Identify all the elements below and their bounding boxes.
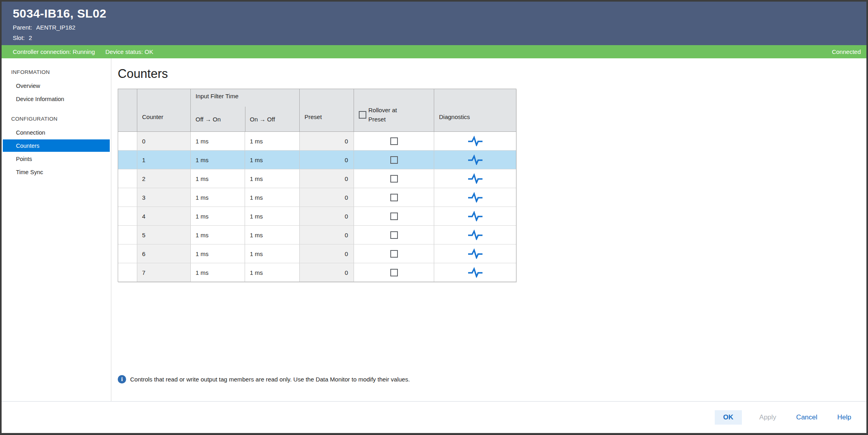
counter-cell: 4 [137, 207, 191, 225]
row-selector[interactable] [118, 132, 137, 150]
preset-cell[interactable]: 0 [300, 132, 354, 150]
row-selector[interactable] [118, 188, 137, 207]
table-row: 3 1 ms 1 ms 0 [118, 188, 516, 207]
filter-off-on-cell[interactable]: 1 ms [191, 263, 245, 282]
preset-cell[interactable]: 0 [300, 169, 354, 188]
preset-cell[interactable]: 0 [300, 244, 354, 263]
diagnostics-icon[interactable] [468, 267, 483, 278]
table-row: 5 1 ms 1 ms 0 [118, 226, 516, 244]
filter-off-on-cell[interactable]: 1 ms [191, 226, 245, 244]
footer-buttons: OK Apply Cancel Help [2, 401, 866, 433]
table-row: 4 1 ms 1 ms 0 [118, 207, 516, 226]
slot-value: 2 [29, 34, 32, 41]
input-filter-time-group-header: Input Filter Time [196, 93, 239, 99]
sidebar-item-counters[interactable]: Counters [3, 139, 110, 152]
table-row: 1 1 ms 1 ms 0 [118, 151, 516, 169]
rollover-checkbox[interactable] [390, 269, 398, 276]
row-selector[interactable] [118, 169, 137, 188]
rollover-checkbox[interactable] [390, 250, 398, 258]
preset-cell[interactable]: 0 [300, 226, 354, 244]
filter-on-off-cell[interactable]: 1 ms [245, 226, 300, 244]
body: INFORMATION Overview Device Information … [2, 58, 866, 401]
rollover-cell [354, 169, 434, 188]
cancel-button[interactable]: Cancel [794, 410, 820, 425]
rollover-cell [354, 226, 434, 244]
rollover-checkbox[interactable] [390, 231, 398, 239]
rollover-header-checkbox[interactable] [359, 111, 366, 119]
device-status: Device status: OK [105, 48, 153, 55]
ok-button[interactable]: OK [715, 410, 742, 425]
connection-state: Connected [832, 48, 861, 55]
filter-on-off-cell[interactable]: 1 ms [245, 263, 300, 282]
sidebar-item-device-information[interactable]: Device Information [2, 93, 111, 105]
counter-cell: 2 [137, 169, 191, 188]
counter-cell: 6 [137, 244, 191, 263]
preset-cell[interactable]: 0 [300, 207, 354, 225]
filter-on-off-column-header: On → Off [245, 89, 300, 131]
diagnostics-icon[interactable] [468, 155, 483, 165]
rollover-checkbox[interactable] [390, 156, 398, 164]
rollover-checkbox[interactable] [390, 137, 398, 145]
table-row: 2 1 ms 1 ms 0 [118, 169, 516, 188]
sidebar-item-points[interactable]: Points [2, 153, 111, 165]
counter-cell: 7 [137, 263, 191, 282]
controller-connection-status: Controller connection: Running [13, 48, 95, 55]
row-selector[interactable] [118, 226, 137, 244]
diagnostics-icon[interactable] [468, 230, 483, 240]
note-text: Controls that read or write output tag m… [130, 376, 410, 383]
filter-off-on-cell[interactable]: 1 ms [191, 207, 245, 225]
module-properties-window: 5034-IB16, SL02 Parent: AENTR_IP182 Slot… [0, 0, 868, 435]
filter-on-off-cell[interactable]: 1 ms [245, 151, 300, 169]
filter-on-off-cell[interactable]: 1 ms [245, 244, 300, 263]
filter-off-on-cell[interactable]: 1 ms [191, 244, 245, 263]
filter-off-on-cell[interactable]: 1 ms [191, 151, 245, 169]
rollover-checkbox[interactable] [390, 194, 398, 201]
preset-cell[interactable]: 0 [300, 151, 354, 169]
sidebar-item-time-sync[interactable]: Time Sync [2, 166, 111, 178]
diagnostics-cell [434, 132, 516, 150]
row-selector[interactable] [118, 207, 137, 225]
parent-line: Parent: AENTR_IP182 [13, 24, 866, 31]
main-content: Counters Counter Off → On On → Off Prese… [111, 58, 866, 401]
section-information: INFORMATION [2, 66, 111, 79]
diagnostics-icon[interactable] [468, 173, 483, 184]
table-header: Counter Off → On On → Off Preset Rollove… [118, 89, 516, 132]
filter-off-on-cell[interactable]: 1 ms [191, 169, 245, 188]
rollover-cell [354, 263, 434, 282]
diagnostics-cell [434, 226, 516, 244]
diagnostics-cell [434, 188, 516, 207]
diagnostics-icon[interactable] [468, 248, 483, 259]
apply-button[interactable]: Apply [757, 410, 779, 425]
counter-cell: 0 [137, 132, 191, 150]
filter-on-off-cell[interactable]: 1 ms [245, 207, 300, 225]
table-row: 7 1 ms 1 ms 0 [118, 263, 516, 282]
row-selector[interactable] [118, 263, 137, 282]
row-selector[interactable] [118, 244, 137, 263]
diagnostics-icon[interactable] [468, 136, 483, 146]
header-subdivider [245, 107, 245, 131]
help-button[interactable]: Help [835, 410, 854, 425]
filter-on-off-cell[interactable]: 1 ms [245, 188, 300, 207]
read-only-note: i Controls that read or write output tag… [118, 375, 866, 383]
section-configuration: CONFIGURATION [2, 112, 111, 125]
diagnostics-icon[interactable] [468, 211, 483, 221]
rollover-column-header: Rollover at Preset [354, 89, 434, 131]
diagnostics-cell [434, 207, 516, 225]
rollover-cell [354, 244, 434, 263]
filter-on-off-cell[interactable]: 1 ms [245, 132, 300, 150]
sidebar-item-overview[interactable]: Overview [2, 79, 111, 92]
sidebar-item-connection[interactable]: Connection [2, 126, 111, 139]
rollover-checkbox[interactable] [390, 175, 398, 183]
row-selector[interactable] [118, 151, 137, 169]
filter-on-off-cell[interactable]: 1 ms [245, 169, 300, 188]
rollover-cell [354, 188, 434, 207]
filter-off-on-cell[interactable]: 1 ms [191, 132, 245, 150]
rollover-checkbox[interactable] [390, 213, 398, 220]
counter-cell: 1 [137, 151, 191, 169]
rollover-cell [354, 151, 434, 169]
preset-cell[interactable]: 0 [300, 263, 354, 282]
diagnostics-cell [434, 244, 516, 263]
filter-off-on-cell[interactable]: 1 ms [191, 188, 245, 207]
preset-cell[interactable]: 0 [300, 188, 354, 207]
diagnostics-icon[interactable] [468, 192, 483, 203]
